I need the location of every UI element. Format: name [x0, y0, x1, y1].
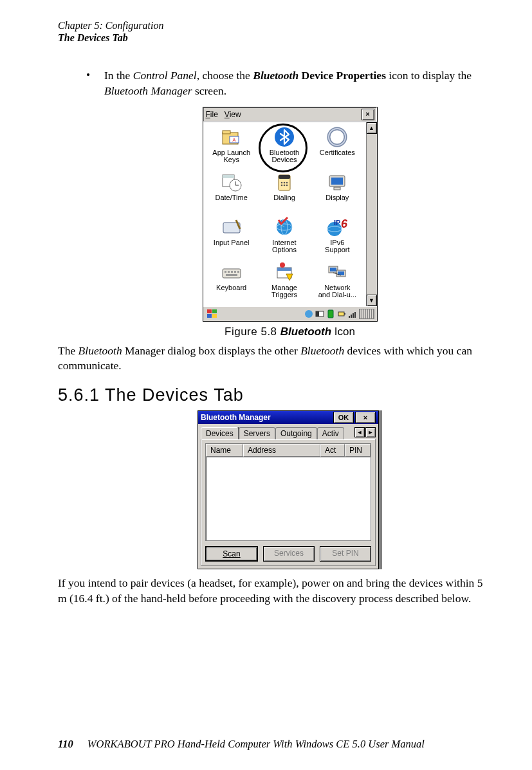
scrollbar-vertical[interactable]: ▲ ▼	[366, 122, 377, 306]
applet-network-dialup[interactable]: Network and Dial-u...	[311, 261, 363, 304]
svg-rect-37	[237, 271, 239, 273]
window-title: Bluetooth Manager	[201, 413, 332, 422]
start-button[interactable]	[206, 308, 219, 320]
set-pin-button[interactable]: Set PIN	[320, 546, 371, 562]
tray-phone-icon[interactable]	[326, 309, 335, 318]
tray-battery-icon[interactable]	[337, 309, 346, 318]
tab-scroll-left[interactable]: ◄	[354, 427, 365, 437]
close-button[interactable]: ×	[362, 109, 374, 120]
footer-title: WORKABOUT PRO Hand-Held Computer With Wi…	[87, 738, 425, 751]
running-head: Chapter 5: Configuration The Devices Tab	[58, 19, 493, 44]
svg-rect-33	[225, 271, 226, 273]
svg-point-19	[286, 184, 288, 186]
svg-point-14	[281, 181, 283, 183]
tab-scroll-right[interactable]: ►	[365, 427, 376, 437]
window-shadow	[379, 410, 382, 569]
applet-manage-triggers[interactable]: Manage Triggers	[259, 261, 310, 304]
tray-globe-icon[interactable]	[304, 309, 313, 318]
col-act[interactable]: Act	[320, 444, 345, 457]
applet-app-launch-keys[interactable]: A App Launch Keys	[206, 126, 257, 169]
svg-rect-13	[279, 175, 290, 179]
svg-rect-55	[328, 310, 333, 318]
svg-rect-1	[223, 131, 230, 134]
menu-view[interactable]: View	[225, 110, 241, 119]
applet-dialing[interactable]: Dialing	[259, 171, 310, 214]
svg-point-15	[284, 181, 286, 183]
svg-rect-60	[353, 313, 354, 318]
svg-text:A: A	[232, 137, 236, 143]
keyboard-icon	[221, 261, 243, 283]
control-panel-menubar: File View ×	[203, 107, 377, 122]
svg-rect-38	[226, 274, 237, 276]
scan-button[interactable]: Scan	[205, 546, 258, 562]
tab-active[interactable]: Activ	[317, 427, 344, 439]
applet-input-panel[interactable]: Input Panel	[206, 216, 257, 259]
chapter-label: Chapter 5: Configuration	[58, 19, 493, 32]
svg-rect-49	[212, 309, 217, 313]
applet-certificates[interactable]: Certificates	[311, 126, 363, 169]
svg-rect-61	[354, 312, 356, 318]
tab-servers[interactable]: Servers	[239, 427, 275, 439]
scroll-track[interactable]	[367, 134, 377, 295]
applet-ipv6-support[interactable]: IP6 IPv6 Support	[311, 216, 363, 259]
applet-keyboard[interactable]: Keyboard	[206, 261, 257, 304]
network-icon	[326, 261, 348, 283]
ipv6-icon: IP6	[326, 216, 348, 238]
tray-signal-icon[interactable]	[348, 309, 357, 318]
certificate-icon	[326, 126, 348, 148]
svg-rect-50	[207, 314, 212, 318]
input-panel-icon	[221, 216, 243, 238]
col-name[interactable]: Name	[206, 444, 243, 457]
svg-point-52	[305, 310, 313, 318]
close-button[interactable]: ×	[355, 412, 376, 423]
scroll-up-button[interactable]: ▲	[367, 122, 377, 134]
svg-text:IP: IP	[334, 219, 340, 226]
svg-rect-58	[349, 316, 350, 318]
tray-pccard-icon[interactable]	[315, 309, 324, 318]
col-address[interactable]: Address	[243, 444, 320, 457]
heading-5-6-1: 5.6.1 The Devices Tab	[58, 385, 493, 405]
applet-bluetooth-devices[interactable]: Bluetooth Devices	[259, 126, 310, 169]
paragraph-bt-manager-intro: The Bluetooth Manager dialog box display…	[58, 344, 493, 374]
svg-rect-35	[231, 271, 233, 273]
bullet-item: • In the Control Panel, choose the Bluet…	[86, 68, 493, 98]
applet-date-time[interactable]: Date/Time	[206, 171, 257, 214]
svg-rect-57	[344, 313, 345, 315]
taskbar	[203, 306, 377, 321]
svg-point-6	[329, 129, 345, 145]
bluetooth-manager-titlebar: Bluetooth Manager OK ×	[198, 411, 378, 424]
svg-point-42	[280, 262, 285, 268]
scroll-down-button[interactable]: ▼	[367, 295, 377, 306]
menu-file[interactable]: File	[206, 110, 218, 119]
svg-rect-32	[223, 269, 241, 278]
page-footer: 110 WORKABOUT PRO Hand-Held Computer Wit…	[58, 712, 493, 751]
ok-button[interactable]: OK	[333, 412, 354, 423]
monitor-icon	[326, 171, 348, 193]
svg-rect-48	[207, 309, 212, 313]
figure-caption-5-8: Figure 5.8 Bluetooth Icon	[86, 325, 493, 338]
device-list[interactable]: Name Address Act PIN	[205, 443, 371, 541]
svg-point-18	[284, 184, 286, 186]
applet-internet-options[interactable]: Internet Options	[259, 216, 310, 259]
phone-icon	[273, 171, 295, 193]
tab-devices[interactable]: Devices	[201, 427, 239, 439]
svg-rect-36	[234, 271, 236, 273]
list-header: Name Address Act PIN	[206, 444, 371, 457]
svg-rect-56	[338, 312, 344, 316]
paragraph-pairing-note: If you intend to pair devices (a headset…	[58, 576, 493, 606]
calendar-clock-icon	[221, 171, 243, 193]
section-label: The Devices Tab	[58, 32, 493, 44]
globe-check-icon	[273, 216, 295, 238]
sip-button[interactable]	[359, 309, 374, 319]
services-button[interactable]: Services	[263, 546, 315, 562]
svg-rect-44	[330, 268, 336, 271]
folder-key-icon: A	[221, 126, 243, 148]
tab-outgoing[interactable]: Outgoing	[275, 427, 317, 439]
page-number: 110	[58, 738, 73, 751]
svg-text:6: 6	[341, 217, 348, 230]
bluetooth-manager-window: Bluetooth Manager OK × Devices Servers O…	[197, 410, 379, 569]
col-pin[interactable]: PIN	[345, 444, 371, 457]
tab-strip: Devices Servers Outgoing Activ ◄ ►	[198, 424, 378, 439]
applet-display[interactable]: Display	[311, 171, 363, 214]
bluetooth-icon	[273, 126, 295, 148]
